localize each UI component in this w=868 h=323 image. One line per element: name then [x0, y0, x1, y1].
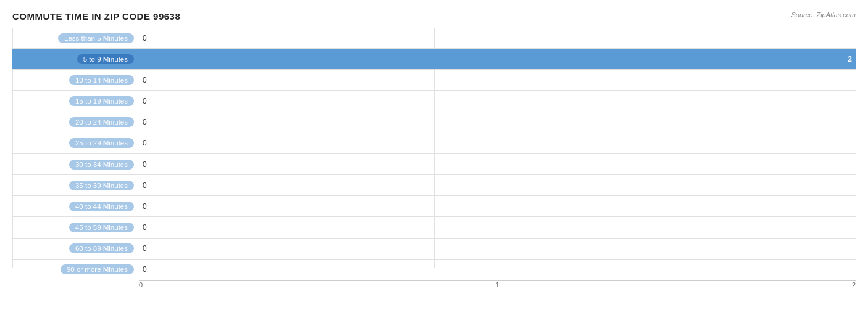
chart-area: Less than 5 Minutes05 to 9 Minutes210 to…: [12, 28, 856, 293]
x-axis-tick: 1: [495, 281, 499, 288]
bar-row: 30 to 34 Minutes0: [12, 154, 856, 175]
x-axis-tick: 0: [139, 281, 143, 288]
bar-row: 5 to 9 Minutes2: [12, 49, 856, 70]
chart-title: COMMUTE TIME IN ZIP CODE 99638: [12, 11, 180, 22]
bar-value: 0: [143, 34, 147, 43]
bar-label-pill: 15 to 19 Minutes: [69, 96, 134, 106]
bar-track: 0: [139, 217, 856, 237]
bars-section: Less than 5 Minutes05 to 9 Minutes210 to…: [12, 28, 856, 280]
grid-line: [856, 28, 856, 268]
bar-value: 0: [143, 244, 147, 253]
bar-row: 15 to 19 Minutes0: [12, 91, 856, 112]
bar-track: 2: [139, 49, 856, 69]
bar-label-pill: 35 to 39 Minutes: [69, 181, 134, 190]
bar-track: 0: [139, 91, 856, 111]
bar-track: 0: [139, 154, 856, 174]
bar-label-pill: Less than 5 Minutes: [58, 33, 134, 43]
bar-value: 0: [143, 139, 147, 147]
chart-header: COMMUTE TIME IN ZIP CODE 99638 Source: Z…: [12, 11, 856, 22]
bar-label-pill: 60 to 89 Minutes: [69, 243, 134, 253]
bar-value: 0: [143, 265, 147, 274]
bar-label-pill: 10 to 14 Minutes: [69, 75, 134, 85]
bar-label-pill: 40 to 44 Minutes: [69, 202, 134, 211]
bar-row: 90 or more Minutes0: [12, 260, 856, 280]
bar-track: 0: [139, 175, 856, 195]
bar-track: 0: [139, 239, 856, 259]
bar-row: Less than 5 Minutes0: [12, 28, 856, 49]
bar-value: 0: [143, 160, 147, 169]
bar-value: 0: [143, 97, 147, 105]
bar-track: 0: [139, 28, 856, 48]
bar-fill: [139, 49, 856, 69]
bar-label-pill: 25 to 29 Minutes: [69, 138, 134, 148]
bar-row: 35 to 39 Minutes0: [12, 175, 856, 196]
x-axis: 012: [139, 280, 856, 293]
bar-label-pill: 45 to 59 Minutes: [69, 223, 134, 232]
bar-label-pill: 20 to 24 Minutes: [69, 117, 134, 127]
bar-track: 0: [139, 112, 856, 133]
bar-row: 10 to 14 Minutes0: [12, 70, 856, 91]
bar-row: 20 to 24 Minutes0: [12, 112, 856, 133]
bar-label-pill: 90 or more Minutes: [61, 264, 134, 274]
bar-label-pill: 5 to 9 Minutes: [77, 54, 134, 64]
chart-source: Source: ZipAtlas.com: [791, 11, 856, 18]
bar-value: 0: [143, 181, 147, 190]
bar-row: 40 to 44 Minutes0: [12, 196, 856, 217]
bar-track: 0: [139, 70, 856, 90]
bar-track: 0: [139, 133, 856, 153]
bar-value: 0: [143, 76, 147, 84]
x-axis-tick: 2: [852, 281, 856, 288]
bar-value: 2: [848, 55, 852, 63]
bar-track: 0: [139, 260, 856, 280]
bar-row: 45 to 59 Minutes0: [12, 217, 856, 238]
chart-container: COMMUTE TIME IN ZIP CODE 99638 Source: Z…: [0, 0, 868, 323]
bar-value: 0: [143, 202, 147, 211]
bar-row: 25 to 29 Minutes0: [12, 133, 856, 154]
bar-track: 0: [139, 196, 856, 216]
bar-label-pill: 30 to 34 Minutes: [69, 160, 134, 170]
bar-value: 0: [143, 223, 147, 232]
bar-row: 60 to 89 Minutes0: [12, 239, 856, 260]
bar-value: 0: [143, 118, 147, 126]
